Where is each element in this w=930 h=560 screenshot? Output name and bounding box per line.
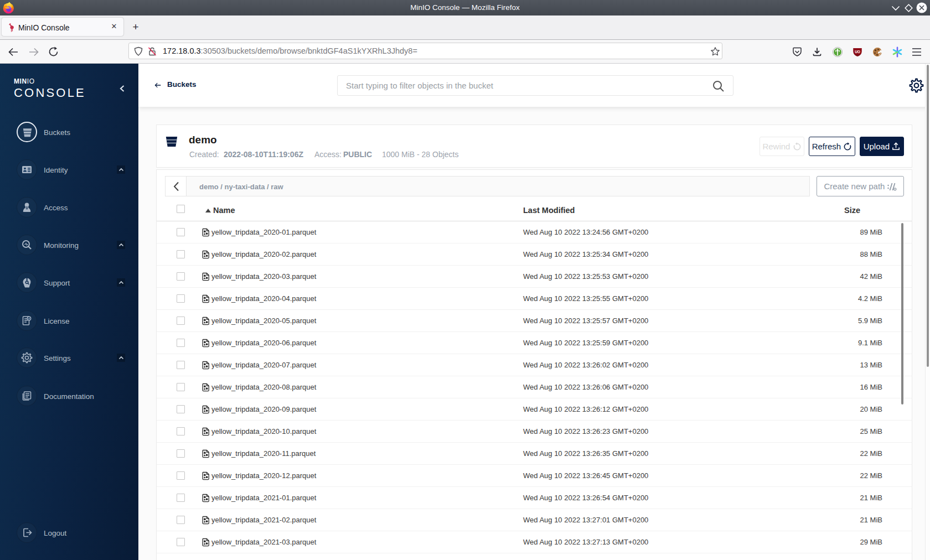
svg-text:UO: UO (855, 50, 860, 54)
